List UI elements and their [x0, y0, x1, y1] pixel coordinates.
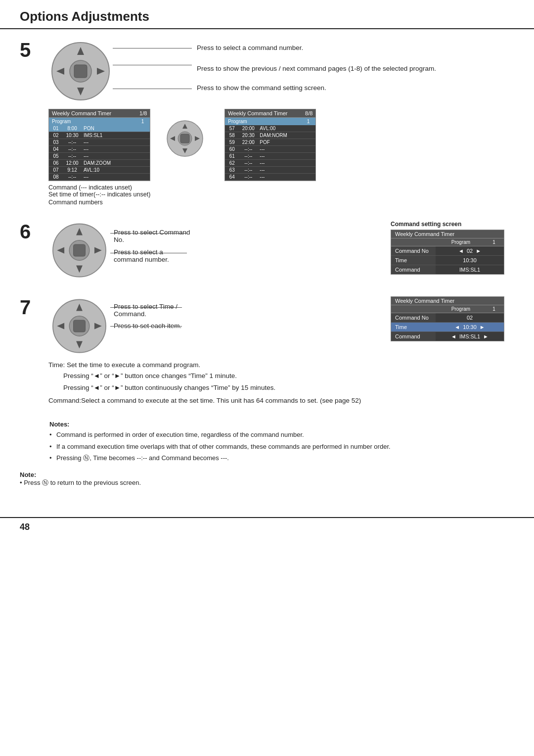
cmd-screen7-title: Weekly Command Timer: [391, 297, 504, 305]
arrow-left-icon: ◄: [458, 248, 464, 254]
callout5-3: Press to show the command setting screen…: [197, 83, 436, 93]
cmd-screen6-header: Program 1: [391, 238, 504, 246]
page-title: Options Adjustments: [20, 9, 149, 24]
step-5-number: 5: [20, 39, 40, 61]
dpad-nav-section5: [165, 119, 205, 158]
svg-rect-2: [74, 65, 87, 78]
screen1-row-01: 01 8:00 PON: [49, 125, 150, 132]
screen1-row-03: 03 --:-- ---: [49, 139, 150, 146]
callout5-1: Press to select a command number.: [197, 43, 436, 53]
screen2-table: Program 1 57 20:00 AVL:00: [225, 118, 315, 181]
screen2-page: 8/8: [305, 110, 312, 116]
screen2-row-61: 61 --:-- ---: [225, 153, 315, 160]
cmd-screen6-row-command: Command IMS:SL1: [391, 265, 504, 274]
cmd-screen6-title: Weekly Command Timer: [391, 230, 504, 238]
cmd-setting-screen6: Weekly Command Timer Program 1 Command N…: [391, 230, 504, 275]
screen2-title: Weekly Command Timer: [228, 110, 287, 116]
cmd-screen7-row-command: Command ◄ IMS:SL1 ►: [391, 332, 504, 341]
screen2-header-row: Program 1: [225, 118, 315, 125]
cmd-screen6-value-time: 10:30: [436, 256, 504, 265]
label-command: Command (--- indicates unset): [48, 184, 150, 191]
screen2-row-63: 63 --:-- ---: [225, 167, 315, 174]
arrow-left-cmd-icon: ◄: [451, 333, 456, 339]
pressing-line1: Pressing “◄” or “►” button once changes …: [63, 371, 381, 381]
screen1-header-row: Program 1: [49, 118, 150, 125]
notes-list: Command is performed in order of executi…: [49, 430, 514, 463]
cmd-screen7-value-cmdno: 02: [436, 313, 504, 322]
screen2-row-64: 64 --:-- ---: [225, 174, 315, 181]
screen2-row-60: 60 --:-- ---: [225, 146, 315, 153]
note-bottom-section: Note: • Press Ⓝ to return to the previou…: [20, 471, 514, 487]
label-set-time: Set time of timer(--:-- indicates unset): [48, 191, 150, 198]
callout6-2: Press to select a command number.: [114, 248, 192, 263]
cmd-screen6-value-command: IMS:SL1: [436, 265, 504, 274]
cmd-screen6-value-cmdno: ◄ 02 ►: [436, 246, 504, 255]
step-6-number: 6: [20, 221, 40, 243]
cmd-screen7-label-time: Time: [391, 323, 436, 331]
screen1-row-02: 02 10:30 IMS:SL1: [49, 132, 150, 139]
note-item-2: If a command execution time overlaps wit…: [49, 442, 514, 452]
cmd-screen7-program-value: 1: [484, 305, 504, 313]
callout7-3: Time: Set the time to execute a command …: [48, 361, 381, 369]
callout7-3-text: Time: Set the time to execute a command …: [48, 361, 200, 369]
dpad-section5: [48, 39, 113, 103]
cmd-setting-label: Command setting screen: [391, 221, 504, 228]
screen2-row-62: 62 --:-- ---: [225, 160, 315, 167]
notes-title: Notes:: [49, 421, 514, 428]
main-content: 5: [0, 29, 534, 502]
note-bottom-text: • Press Ⓝ to return to the previous scre…: [20, 479, 141, 486]
screen1-row-07: 07 9:12 AVL:10: [49, 167, 150, 174]
callout5-2: Press to show the previous / next comman…: [197, 64, 436, 74]
screen1-page: 1/8: [139, 110, 147, 116]
cmd-screen7-value-command: ◄ IMS:SL1 ►: [436, 332, 504, 341]
callout6-1: Press to select Command No.: [114, 229, 192, 243]
screen1-title: Weekly Command Timer: [52, 110, 111, 116]
note-item-3: Pressing Ⓝ, Time becomes --:-- and Comma…: [49, 453, 514, 463]
section-5: 5: [20, 39, 514, 206]
screen2-row-59: 59 22:00 POF: [225, 139, 315, 146]
cmd-screen7-program-label: Program: [438, 305, 484, 313]
screen1-program-header: Program 1: [49, 118, 150, 125]
arrow-left-time-icon: ◄: [454, 324, 460, 330]
screen1-row-06: 06 12:00 DAM:ZOOM: [49, 160, 150, 167]
screen1-row-08: 08 --:-- ---: [49, 174, 150, 181]
note-bottom-title: Note:: [20, 471, 36, 478]
svg-rect-9: [180, 134, 189, 143]
weekly-timer-screen2: Weekly Command Timer 8/8 Program 1: [224, 109, 316, 181]
screen2-program-header: Program 1: [225, 118, 315, 125]
cmd-screen7-label-cmdno: Command No: [391, 313, 436, 322]
note-item-1: Command is performed in order of executi…: [49, 430, 514, 440]
cmd-screen6-label-command: Command: [391, 265, 436, 274]
page-header: Options Adjustments: [0, 0, 534, 29]
screen2-title-bar: Weekly Command Timer 8/8: [225, 109, 315, 118]
cmd-screen6-label-cmdno: Command No: [391, 246, 436, 255]
svg-rect-16: [74, 244, 86, 256]
dpad-section6: [48, 221, 110, 280]
cmd-setting-screen7: Weekly Command Timer Program 1 Command N…: [391, 296, 504, 341]
screen1-row-05: 05 --:-- ---: [49, 153, 150, 160]
cmd-screen6-program-value: 1: [484, 238, 504, 246]
command-desc: Command:Select a command to execute at t…: [48, 396, 381, 406]
screen1-table: Program 1 01 8:00 PON: [49, 118, 150, 181]
screen1-title-bar: Weekly Command Timer 1/8: [49, 109, 150, 118]
arrow-right-icon: ►: [476, 248, 481, 254]
cmd-screen7-value-time: ◄ 10:30 ►: [436, 323, 504, 331]
cmd-screen6-row-time: Time 10:30: [391, 256, 504, 265]
arrow-right-time-icon: ►: [480, 324, 485, 330]
label-cmd-numbers: Command numbers: [48, 199, 150, 206]
cmd-screen7-row-cmdno: Command No 02: [391, 313, 504, 323]
cmd-screen7-header: Program 1: [391, 305, 504, 313]
section-6: 6 Press to select Command No. Pr: [20, 221, 514, 282]
section7-screen-area: Weekly Command Timer Program 1 Command N…: [391, 296, 504, 341]
cmd-screen6-program-label: Program: [438, 238, 484, 246]
cmd-screen6-row-cmdno: Command No ◄ 02 ►: [391, 246, 504, 256]
cmd-screen6-label-time: Time: [391, 256, 436, 265]
pressing-line2: Pressing “◄” or “►” button continuously …: [63, 382, 381, 393]
notes-section: Notes: Command is performed in order of …: [49, 421, 514, 463]
screen2-row-58: 58 20:30 DAM:NORM: [225, 132, 315, 139]
weekly-timer-screen1: Weekly Command Timer 1/8 Program 1: [48, 109, 150, 181]
cmd-screen7-label-command: Command: [391, 332, 436, 341]
step-7-number: 7: [20, 296, 40, 319]
screen1-row-04: 04 --:-- ---: [49, 146, 150, 153]
svg-rect-23: [74, 320, 86, 332]
